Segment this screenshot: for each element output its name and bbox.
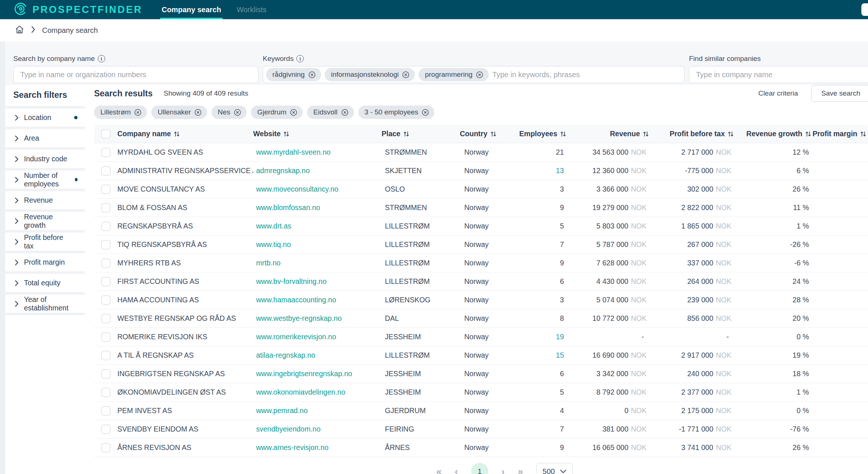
- website-link[interactable]: www.ingebrigtsenregnskap.no: [253, 370, 382, 378]
- filter-accordion-item[interactable]: Industry code: [5, 150, 85, 168]
- column-header[interactable]: Revenue growth: [734, 130, 812, 138]
- sort-icon[interactable]: [860, 130, 867, 138]
- table-row[interactable]: TIQ REGNSKAPSBYRÅ AS www.tiq.no LILLESTR…: [94, 236, 868, 254]
- table-row[interactable]: HAMA ACCOUNTING AS www.hamaaccounting.no…: [94, 291, 868, 309]
- remove-chip-icon[interactable]: [134, 109, 142, 116]
- info-icon[interactable]: i: [296, 55, 304, 62]
- table-row[interactable]: INGEBRIGTSEN REGNSKAP AS www.ingebrigtse…: [94, 365, 868, 383]
- next-page-icon[interactable]: ›: [502, 467, 504, 474]
- breadcrumb-page[interactable]: Company search: [42, 26, 98, 35]
- website-link[interactable]: atilaa-regnskap.no: [253, 351, 382, 360]
- last-page-icon[interactable]: »: [518, 467, 523, 474]
- row-checkbox[interactable]: [101, 277, 111, 286]
- website-link[interactable]: www.westbye-regnskap.no: [253, 314, 382, 323]
- previous-page-icon[interactable]: ‹: [455, 467, 458, 474]
- website-link[interactable]: admregnskap.no: [253, 166, 382, 175]
- filter-accordion-item[interactable]: Revenue: [5, 191, 85, 209]
- website-link[interactable]: mrtb.no: [253, 259, 382, 267]
- page-size-select[interactable]: 500: [536, 463, 573, 474]
- column-header[interactable]: Employees: [515, 130, 567, 138]
- remove-chip-icon[interactable]: [476, 71, 483, 79]
- website-link[interactable]: www.tiq.no: [253, 240, 382, 249]
- website-link[interactable]: svendbyeiendom.no: [253, 425, 382, 433]
- row-checkbox[interactable]: [101, 425, 111, 434]
- row-checkbox[interactable]: [101, 369, 111, 379]
- sort-icon[interactable]: [805, 130, 812, 138]
- save-search-button[interactable]: Save search: [811, 85, 868, 102]
- sort-icon[interactable]: [559, 130, 567, 138]
- table-row[interactable]: ÅRNES REVISJON AS www.arnes-revisjon.no …: [94, 439, 868, 457]
- filter-accordion-item[interactable]: Year of establishment: [5, 295, 85, 313]
- remove-chip-icon[interactable]: [290, 109, 297, 116]
- sort-icon[interactable]: [727, 130, 734, 138]
- row-checkbox[interactable]: [101, 351, 111, 360]
- filter-accordion-item[interactable]: Total equity: [5, 274, 85, 292]
- column-header[interactable]: Profit margin: [812, 130, 867, 138]
- home-icon[interactable]: [15, 25, 24, 36]
- sort-icon[interactable]: [173, 130, 180, 138]
- table-row[interactable]: WESTBYE REGNSKAP OG RÅD AS www.westbye-r…: [94, 309, 868, 328]
- company-name-input[interactable]: [13, 66, 258, 83]
- filter-accordion-item[interactable]: Location: [5, 109, 85, 127]
- column-header[interactable]: Place: [382, 130, 460, 138]
- row-checkbox[interactable]: [101, 258, 111, 268]
- remove-chip-icon[interactable]: [234, 109, 241, 116]
- table-row[interactable]: PEM INVEST AS www.pemrad.no GJERDRUM Nor…: [94, 402, 868, 420]
- column-header[interactable]: Company name: [117, 130, 253, 138]
- column-header[interactable]: Country: [460, 130, 515, 138]
- row-checkbox[interactable]: [101, 148, 111, 157]
- info-icon[interactable]: i: [98, 55, 105, 62]
- sort-icon[interactable]: [283, 130, 290, 138]
- remove-chip-icon[interactable]: [194, 109, 202, 116]
- table-row[interactable]: ADMINISTRATIV REGNSKAPSSERVICE AS admreg…: [94, 162, 868, 180]
- tab-company-search[interactable]: Company search: [160, 0, 223, 19]
- sort-icon[interactable]: [403, 130, 410, 138]
- current-page-button[interactable]: 1: [471, 463, 488, 474]
- row-checkbox[interactable]: [101, 221, 111, 231]
- sort-icon[interactable]: [642, 130, 650, 138]
- table-row[interactable]: MYRDAHL OG SVEEN AS www.myrdahl-sveen.no…: [94, 143, 868, 162]
- column-header[interactable]: Revenue: [567, 130, 650, 138]
- first-page-icon[interactable]: «: [437, 467, 442, 474]
- remove-chip-icon[interactable]: [308, 71, 316, 79]
- table-row[interactable]: MOVE CONSULTANCY AS www.moveconsultancy.…: [94, 180, 868, 199]
- row-checkbox[interactable]: [101, 314, 111, 323]
- website-link[interactable]: www.moveconsultancy.no: [253, 185, 382, 193]
- website-link[interactable]: www.drt.as: [253, 222, 382, 230]
- table-row[interactable]: MYHRERS RTB AS mrtb.no LILLESTRØM Norway…: [94, 254, 868, 272]
- filter-accordion-item[interactable]: Number of employees: [5, 171, 85, 189]
- nav-right-clipped-button[interactable]: [861, 3, 868, 16]
- filter-accordion-item[interactable]: Revenue growth: [5, 212, 85, 230]
- column-header[interactable]: Website: [253, 130, 382, 138]
- keywords-input-box[interactable]: rådgivning informasjonsteknologi program…: [263, 66, 685, 83]
- website-link[interactable]: www.bv-forvaltning.no: [253, 277, 382, 286]
- website-link[interactable]: www.myrdahl-sveen.no: [253, 148, 382, 157]
- row-checkbox[interactable]: [101, 443, 111, 453]
- website-link[interactable]: www.romerikerevisjon.no: [253, 333, 382, 341]
- row-checkbox[interactable]: [101, 332, 111, 342]
- website-link[interactable]: www.pemrad.no: [253, 406, 382, 415]
- clear-criteria-link[interactable]: Clear criteria: [758, 89, 798, 97]
- filter-accordion-item[interactable]: Area: [5, 129, 85, 147]
- table-row[interactable]: A TIL Å REGNSKAP AS atilaa-regnskap.no L…: [94, 346, 868, 365]
- filter-accordion-item[interactable]: Profit margin: [5, 253, 85, 271]
- find-similar-input[interactable]: [689, 66, 868, 83]
- website-link[interactable]: www.hamaaccounting.no: [253, 296, 382, 304]
- remove-chip-icon[interactable]: [341, 109, 349, 116]
- tab-worklists[interactable]: Worklists: [235, 0, 268, 19]
- table-row[interactable]: REGNSKAPSBYRÅ AS www.drt.as LILLESTRØM N…: [94, 217, 868, 236]
- website-link[interactable]: www.okonomiavdelingen.no: [253, 388, 382, 396]
- row-checkbox[interactable]: [101, 203, 111, 213]
- row-checkbox[interactable]: [101, 295, 111, 305]
- table-row[interactable]: ROMERIKE REVISJON IKS www.romerikerevisj…: [94, 328, 868, 346]
- website-link[interactable]: www.blomfossan.no: [253, 203, 382, 212]
- column-header[interactable]: Profit before tax: [650, 130, 734, 138]
- row-checkbox[interactable]: [101, 185, 111, 194]
- remove-chip-icon[interactable]: [421, 109, 429, 116]
- row-checkbox[interactable]: [101, 388, 111, 397]
- brand[interactable]: PROSPECTFINDER: [14, 2, 142, 17]
- remove-chip-icon[interactable]: [402, 71, 410, 79]
- row-checkbox[interactable]: [101, 240, 111, 250]
- table-row[interactable]: FIRST ACCOUNTING AS www.bv-forvaltning.n…: [94, 272, 868, 291]
- keywords-input[interactable]: [492, 71, 681, 79]
